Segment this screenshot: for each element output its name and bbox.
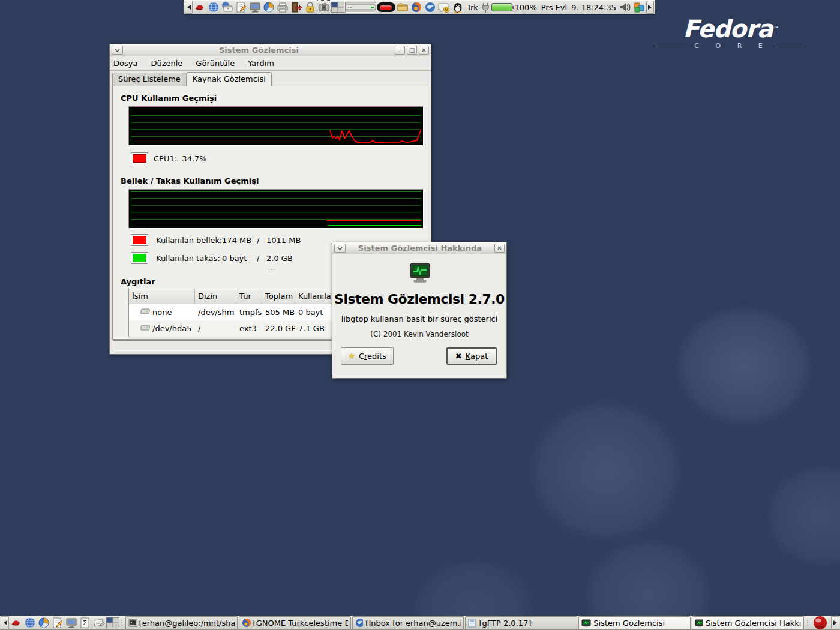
battery-percent-label: 100% <box>513 3 539 12</box>
swap-used-label: Kullanılan takas: <box>156 254 220 263</box>
firefox-icon <box>242 618 251 628</box>
menu-dosya[interactable]: Dosya <box>113 59 137 68</box>
panel-hide-right-button[interactable] <box>831 616 839 629</box>
file-manager-folder-icon[interactable] <box>396 1 409 14</box>
menubar: Dosya Düzenle Görüntüle Yardım <box>110 56 431 71</box>
tab-surec-listeleme[interactable]: Süreç Listeleme <box>112 73 187 86</box>
monitor-app-icon[interactable] <box>248 1 262 14</box>
pie-chart-app-icon[interactable] <box>262 1 275 14</box>
devices-label: Aygıtlar <box>121 277 155 286</box>
col-dizin[interactable]: Dizin <box>195 289 236 304</box>
kapat-button[interactable]: ✖ Kapat <box>446 347 497 365</box>
red-indicator-icon <box>380 5 392 10</box>
cpu-legend-swatch[interactable] <box>131 152 148 164</box>
tab-kaynak-gozlemcisi[interactable]: Kaynak Gözlemcisi <box>187 72 272 86</box>
calc-document-icon[interactable]: Σ <box>79 616 92 629</box>
about-dialog: Sistem Gözlemcisi Hakkında ✕ Sistem Gözl… <box>332 242 507 379</box>
red-hat-menu-icon[interactable] <box>10 616 23 629</box>
desktop-cubes-icon[interactable] <box>632 1 646 14</box>
maximize-button[interactable]: □ <box>407 46 417 55</box>
logout-icon[interactable] <box>290 1 303 14</box>
taskbar-button-gftp[interactable]: [gFTP 2.0.17] <box>465 616 577 629</box>
system-monitor-icon <box>581 619 591 627</box>
window-menu-button[interactable] <box>112 46 123 55</box>
battery-indicator[interactable] <box>491 3 512 11</box>
panel-hide-left-button[interactable] <box>185 1 193 14</box>
plug-icon <box>481 1 490 14</box>
taskbar-button-terminal[interactable]: [erhan@galileo:/mnt/share/C <box>125 616 238 629</box>
firefox-icon[interactable] <box>410 1 423 14</box>
logo-divider-line <box>655 46 686 46</box>
monitor-app-icon[interactable] <box>65 616 78 629</box>
system-monitor-icon <box>695 619 703 627</box>
about-app-title: Sistem Gözlemcisi 2.7.0 <box>332 292 506 307</box>
bottom-panel: Σ [erhan@galileo:/mnt/share/C [GNOME Tur… <box>0 616 840 630</box>
swap-legend-swatch[interactable] <box>131 252 148 264</box>
swap-total-value: 2.0 GB <box>266 254 293 263</box>
taskbar-button-firefox-window[interactable]: [GNOME Turkcelestime Du <box>239 616 351 629</box>
menu-goruntule[interactable]: Görüntüle <box>196 59 235 68</box>
col-tur[interactable]: Tür <box>236 289 262 304</box>
clock-time-label[interactable]: 9. 18:24:35 <box>569 3 618 12</box>
logo-divider-line <box>775 46 805 46</box>
writer-document-icon[interactable] <box>51 616 64 629</box>
camera-screenshot-icon[interactable] <box>317 1 331 14</box>
col-kullanilan[interactable]: Kullanılan <box>295 289 331 304</box>
speaker-volume-icon[interactable] <box>619 1 632 14</box>
cpu-graph-plot <box>131 109 421 143</box>
minimize-button[interactable]: − <box>395 46 405 55</box>
dialog-close-button[interactable]: ✕ <box>494 244 505 253</box>
panel-hide-left-button[interactable] <box>1 616 9 629</box>
credits-button[interactable]: ★ Credits <box>341 347 394 365</box>
cpu-history-graph <box>128 106 424 146</box>
menu-duzenle[interactable]: Düzenle <box>151 59 182 68</box>
dialog-titlebar[interactable]: Sistem Gözlemcisi Hakkında ✕ <box>332 242 506 254</box>
col-toplam[interactable]: Toplam <box>262 289 295 304</box>
red-hat-menu-icon[interactable] <box>193 1 206 14</box>
about-description: libgtop kullanan basit bir süreç gösteri… <box>332 314 506 323</box>
thunderbird-icon <box>355 618 364 628</box>
clock-date-label[interactable]: Prs Evl <box>539 3 569 12</box>
taskbar-button-system-monitor[interactable]: Sistem Gözlemcisi <box>578 616 691 629</box>
fedora-core-text: C O R E <box>691 42 769 50</box>
star-icon: ★ <box>348 352 355 361</box>
disk-icon <box>140 308 150 317</box>
red-sphere-icon[interactable] <box>810 616 830 629</box>
swap-sep: / <box>257 254 259 263</box>
dialog-window-menu-button[interactable] <box>334 244 346 253</box>
svg-text:Σ: Σ <box>83 619 87 627</box>
messenger-chat-icon[interactable] <box>437 1 451 14</box>
notes-document-icon[interactable] <box>92 616 106 629</box>
thunderbird-icon[interactable] <box>424 1 437 14</box>
tux-keyboard-icon[interactable] <box>451 1 464 14</box>
writer-document-icon[interactable] <box>235 1 248 14</box>
taskbar-button-mail-window[interactable]: [Inbox for erhan@uzem.itu.e <box>352 616 464 629</box>
memory-history-graph <box>128 189 424 229</box>
keyboard-layout-indicator[interactable]: Trk <box>465 3 480 12</box>
memory-used-label: Kullanılan bellek: <box>156 236 223 245</box>
taskbar-button-system-monitor-about[interactable]: Sistem Gözlemcisi Hakkında <box>692 616 804 629</box>
menu-yardim[interactable]: Yardım <box>248 59 274 68</box>
panel-hide-right-button[interactable] <box>646 1 654 14</box>
workspace-switcher-applet[interactable] <box>331 1 344 14</box>
email-icon[interactable] <box>221 1 234 14</box>
memory-sep: / <box>257 236 259 245</box>
indicator-applet[interactable] <box>377 2 395 12</box>
lock-screen-icon[interactable] <box>304 1 317 14</box>
x-icon: ✖ <box>455 352 462 361</box>
window-title: Sistem Gözlemcisi <box>125 46 393 55</box>
memory-legend-swatch[interactable] <box>131 234 148 246</box>
panel-separator <box>806 616 809 629</box>
web-browser-icon[interactable] <box>207 1 220 14</box>
titlebar[interactable]: Sistem Gözlemcisi − □ ✕ <box>110 44 431 56</box>
pie-chart-app-icon[interactable] <box>37 616 50 629</box>
terminal-icon <box>128 619 137 627</box>
pane-splitter-handle[interactable]: ⋯ <box>268 265 275 274</box>
cpu-legend-text: CPU1: 34.7% <box>154 154 207 163</box>
web-browser-icon[interactable] <box>23 616 37 629</box>
printer-icon[interactable] <box>276 1 289 14</box>
drive-applet[interactable] <box>345 2 376 13</box>
col-isim[interactable]: İsim <box>129 289 195 304</box>
close-button[interactable]: ✕ <box>419 46 429 55</box>
workspace-switcher-applet[interactable] <box>106 616 119 629</box>
